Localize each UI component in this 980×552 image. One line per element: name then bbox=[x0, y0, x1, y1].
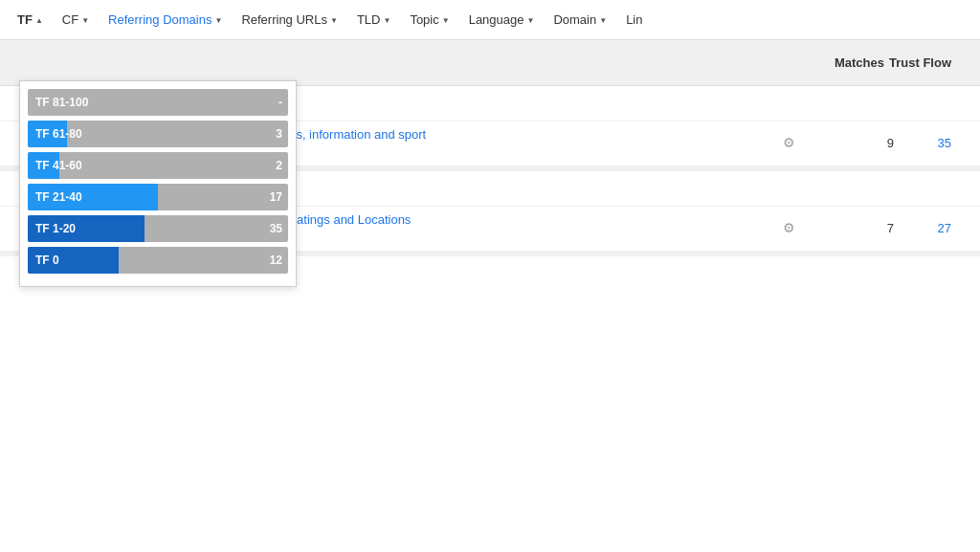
nav-topic-arrow bbox=[442, 15, 450, 25]
tf-bar-value: - bbox=[278, 96, 282, 109]
tf-bar-value: 2 bbox=[276, 159, 282, 172]
nav-referring-urls-arrow bbox=[330, 15, 338, 25]
nav-cf-arrow bbox=[81, 15, 89, 25]
nav-topic[interactable]: Topic bbox=[402, 9, 457, 31]
nav-cf-label: CF bbox=[62, 12, 78, 27]
tf-bar-row[interactable]: TF 012 bbox=[28, 247, 288, 274]
tf-bar-row[interactable]: TF 41-602 bbox=[28, 152, 288, 179]
row-trustflow[interactable]: 35 bbox=[894, 136, 961, 150]
tf-bar-label: TF 0 bbox=[35, 254, 59, 267]
tf-bar-label: TF 21-40 bbox=[35, 190, 82, 204]
nav-tld[interactable]: TLD bbox=[349, 9, 398, 31]
nav-domain-label: Domain bbox=[553, 12, 596, 27]
nav-tld-arrow bbox=[383, 15, 390, 25]
tf-bar-row[interactable]: TF 21-4017 bbox=[28, 184, 288, 210]
tf-bar-row[interactable]: TF 81-100- bbox=[28, 89, 288, 116]
nav-tld-label: TLD bbox=[357, 12, 381, 27]
nav-referring-domains-label: Referring Domains bbox=[108, 12, 212, 27]
tf-dropdown-panel: TF 81-100-TF 61-803TF 41-602TF 21-4017TF… bbox=[19, 80, 297, 287]
nav-referring-urls[interactable]: Referring URLs bbox=[234, 9, 345, 31]
tf-bar-label: TF 81-100 bbox=[35, 96, 88, 109]
table-header: Matches Trust Flow bbox=[0, 40, 980, 86]
nav-language-arrow bbox=[527, 15, 535, 25]
nav-referring-domains[interactable]: Referring Domains bbox=[100, 9, 230, 31]
nav-lin-label: Lin bbox=[626, 12, 642, 27]
tf-bar-row[interactable]: TF 61-803 bbox=[28, 121, 288, 147]
nav-domain-arrow bbox=[599, 15, 607, 25]
row-matches: 7 bbox=[808, 221, 894, 235]
tf-bar-value: 35 bbox=[270, 222, 282, 235]
tf-bar-label: TF 61-80 bbox=[35, 127, 82, 141]
nav-domain[interactable]: Domain bbox=[546, 9, 614, 31]
nav-language-label: Language bbox=[469, 12, 524, 27]
nav-referring-urls-label: Referring URLs bbox=[241, 12, 327, 27]
row-trustflow[interactable]: 27 bbox=[894, 221, 961, 235]
row-matches: 9 bbox=[808, 136, 894, 150]
nav-cf[interactable]: CF bbox=[55, 9, 97, 31]
top-nav: TF CF Referring Domains Referring URLs T… bbox=[0, 0, 980, 40]
nav-tf-label: TF bbox=[17, 12, 33, 27]
nav-referring-domains-arrow bbox=[214, 15, 222, 25]
tf-bar-label: TF 41-60 bbox=[35, 159, 82, 172]
tf-bar-value: 17 bbox=[270, 190, 282, 204]
tf-bar-row[interactable]: TF 1-2035 bbox=[28, 215, 288, 242]
gear-icon[interactable]: ⚙ bbox=[769, 220, 808, 235]
col-trustflow-label: Trust Flow bbox=[889, 55, 951, 70]
nav-lin[interactable]: Lin bbox=[618, 9, 650, 31]
gear-icon[interactable]: ⚙ bbox=[769, 135, 808, 150]
col-trustflow-header: Trust Flow bbox=[884, 55, 961, 70]
tf-bar-value: 12 bbox=[270, 254, 282, 267]
tf-bar-value: 3 bbox=[276, 127, 282, 141]
nav-language[interactable]: Language bbox=[461, 9, 543, 31]
tf-bar-label: TF 1-20 bbox=[35, 222, 76, 235]
tf-bars-container: TF 81-100-TF 61-803TF 41-602TF 21-4017TF… bbox=[28, 89, 288, 274]
col-matches-header: Matches bbox=[798, 55, 884, 70]
nav-tf-arrow bbox=[35, 15, 43, 25]
nav-topic-label: Topic bbox=[410, 12, 438, 27]
nav-tf[interactable]: TF bbox=[10, 9, 51, 31]
